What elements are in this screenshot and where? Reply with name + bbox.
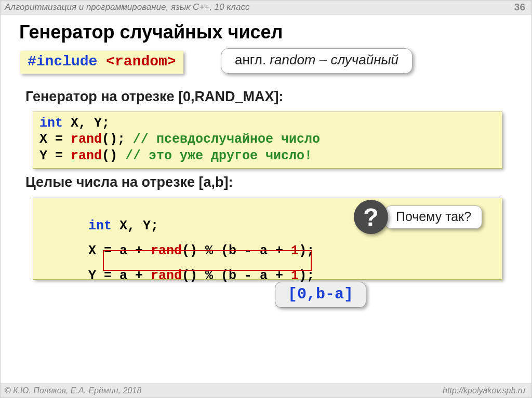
comment: // это уже другое число! [125,148,312,163]
comment: // псевдослучайное число [133,132,320,147]
section1-heading: Генератор на отрезке [0,RAND_MAX]: [25,89,283,105]
breadcrumb: Алгоритмизация и программирование, язык … [5,2,249,12]
header-bar: Алгоритмизация и программирование, язык … [1,1,531,15]
page-title: Генератор случайных чисел [19,21,283,43]
code-line: int X, Y; [39,115,496,131]
code-line: Y = rand() // это уже другое число! [39,148,496,164]
footer-right: http://kpolyakov.spb.ru [443,386,525,395]
after-call: (); [102,132,133,147]
include-directive: #include <random> [20,51,183,74]
slide: Алгоритмизация и программирование, язык … [0,0,532,398]
question-bubble: ? Почему так? [354,200,482,234]
section2-heading: Целые числа на отрезке [a,b]: [25,174,233,190]
callout-random: англ. random – случайный [221,48,413,74]
footer-bar: © К.Ю. Поляков, Е.А. Ерёмин, 2018 http:/… [1,383,531,397]
fn-rand: rand [71,148,102,163]
kw-int: int [39,116,63,131]
page-number: 36 [514,2,525,13]
footer-left: © К.Ю. Поляков, Е.А. Ерёмин, 2018 [5,386,141,395]
code-block-1: int X, Y; X = rand(); // псевдослучайное… [33,112,502,169]
callout-word: random [270,52,315,67]
decl-rest: X, Y; [63,116,110,131]
include-header: <random> [106,53,176,70]
question-text: Почему так? [385,205,482,229]
after-call: () [102,148,125,163]
include-keyword: #include [28,53,97,70]
fn-rand: rand [71,132,102,147]
question-mark-icon: ? [354,200,388,234]
callout-prefix: англ. [235,52,270,67]
lhs: X = [39,132,71,147]
callout-suffix: – случайный [316,52,399,67]
code-line: X = rand(); // псевдослучайное число [39,131,496,147]
lhs: Y = [39,148,71,163]
range-callout: [0,b-a] [275,282,366,308]
highlight-frame [103,250,312,271]
